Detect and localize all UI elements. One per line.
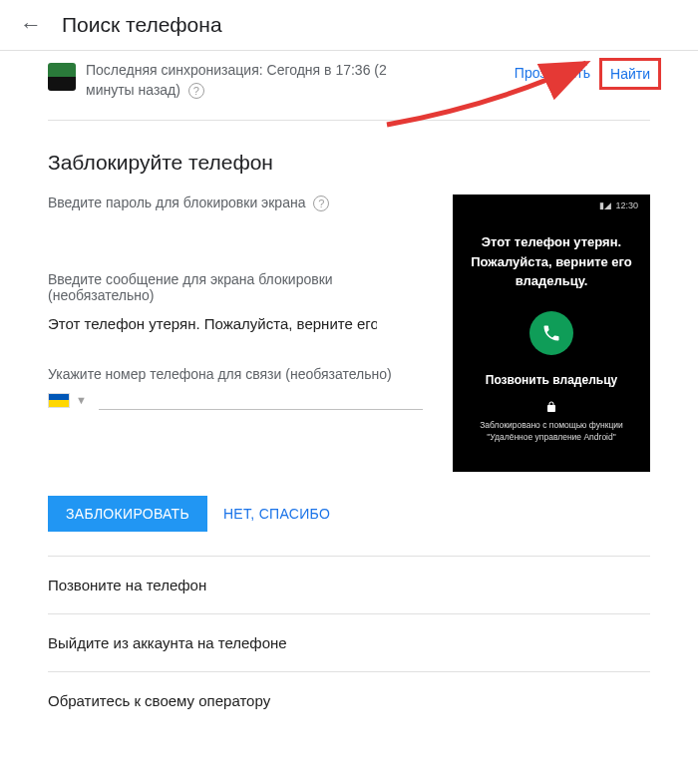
phone-number-input[interactable] — [99, 390, 423, 410]
find-device-link[interactable]: Найти — [610, 66, 650, 82]
call-button-preview — [529, 311, 573, 355]
option-contact-carrier[interactable]: Обратитесь к своему оператору — [48, 671, 650, 729]
sync-status-text: Последняя синхронизация: Сегодня в 17:36… — [86, 62, 387, 98]
preview-locked-line2: "Удалённое управление Android" — [480, 432, 623, 444]
preview-locked-line1: Заблокировано с помощью функции — [480, 420, 623, 432]
ring-device-link[interactable]: Прозвонить — [515, 65, 590, 81]
help-icon[interactable]: ? — [188, 83, 204, 99]
option-sign-out[interactable]: Выйдите из аккаунта на телефоне — [48, 613, 650, 671]
lock-icon — [545, 401, 557, 416]
phone-field-label: Укажите номер телефона для связи (необяз… — [48, 366, 423, 382]
preview-time: 12:30 — [615, 200, 638, 210]
password-field-label: Введите пароль для блокировки экрана — [48, 195, 305, 210]
option-call-phone[interactable]: Позвоните на телефон — [48, 556, 650, 613]
message-field-label: Введите сообщение для экрана блокировки … — [48, 271, 423, 303]
cancel-button[interactable]: НЕТ, СПАСИБО — [223, 506, 330, 522]
chevron-down-icon[interactable]: ▼ — [76, 394, 87, 406]
preview-lost-line3: владельцу. — [471, 271, 632, 291]
country-flag-icon[interactable] — [48, 393, 70, 408]
message-input[interactable]: Этот телефон утерян. Пожалуйста, верните… — [48, 309, 377, 338]
page-title: Поиск телефона — [62, 13, 222, 37]
signal-icon: ▮◢ — [599, 200, 611, 210]
preview-call-owner: Позвонить владельцу — [486, 373, 617, 387]
lock-screen-preview: ▮◢ 12:30 Этот телефон утерян. Пожалуйста… — [453, 195, 650, 472]
preview-lost-line2: Пожалуйста, верните его — [471, 252, 632, 272]
device-thumbnail — [48, 63, 76, 91]
preview-lost-line1: Этот телефон утерян. — [471, 232, 632, 252]
lock-button[interactable]: ЗАБЛОКИРОВАТЬ — [48, 496, 207, 532]
lock-section-title: Заблокируйте телефон — [48, 121, 650, 195]
back-arrow-icon[interactable]: ← — [20, 12, 42, 38]
help-icon[interactable]: ? — [313, 196, 329, 211]
